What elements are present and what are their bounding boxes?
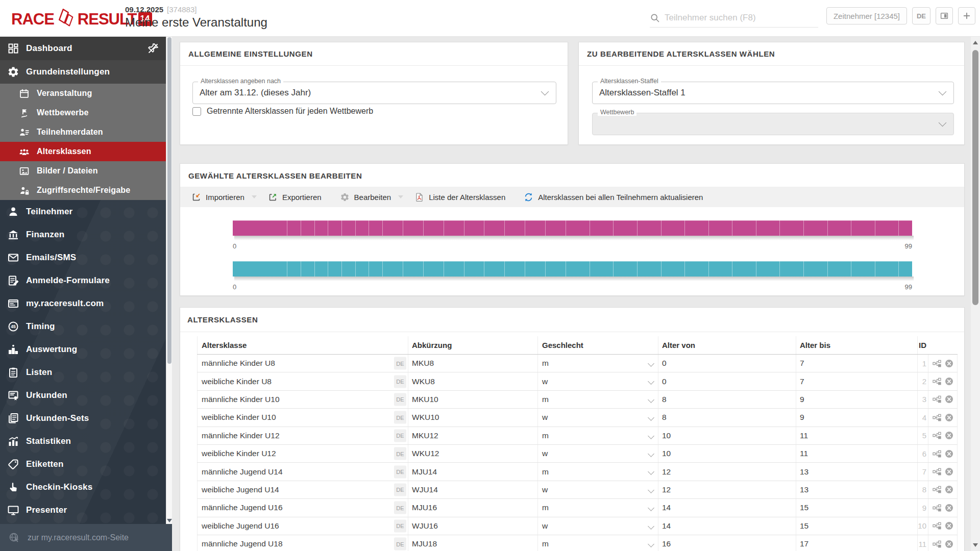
ageclass-abbr-cell[interactable]: WJU14 xyxy=(408,481,537,498)
ageclass-name-cell[interactable]: männliche Kinder U8DE xyxy=(197,355,408,372)
ageclass-abbr-cell[interactable]: WJU16 xyxy=(408,517,537,535)
split-ageclass-icon[interactable] xyxy=(932,449,942,459)
ageclass-sex-select[interactable]: m xyxy=(537,391,658,408)
ageclass-abbr-cell[interactable]: MJU14 xyxy=(408,463,537,480)
toolbar-button-bearbeiten[interactable]: Bearbeiten xyxy=(340,192,391,202)
ageclass-to-cell[interactable]: 7 xyxy=(796,372,917,390)
ageclass-to-cell[interactable]: 7 xyxy=(796,355,917,372)
sidebar-item-teilnehmer[interactable]: Teilnehmer xyxy=(0,200,166,223)
ageclass-sex-select[interactable]: w xyxy=(537,409,658,426)
ageclass-set-select[interactable]: Altersklassen-Staffel Altersklassen-Staf… xyxy=(592,82,954,104)
main-scrollbar[interactable] xyxy=(971,37,980,551)
range-bar-pink[interactable] xyxy=(233,220,912,236)
sidebar-scrollbar[interactable] xyxy=(166,37,172,524)
ageclass-name-cell[interactable]: weibliche Jugend U16DE xyxy=(197,517,408,535)
ageclass-name-cell[interactable]: weibliche Kinder U12DE xyxy=(197,445,408,462)
split-ageclass-icon[interactable] xyxy=(932,394,942,404)
age-mode-select[interactable]: Altersklassen angeben nach Alter am 31.1… xyxy=(192,82,556,104)
timekeeper-button[interactable]: Zeitnehmer [12345] xyxy=(826,7,907,24)
ageclass-name-cell[interactable]: männliche Kinder U12DE xyxy=(197,427,408,444)
ageclass-from-cell[interactable]: 12 xyxy=(658,481,796,498)
sidebar-item-emails-sms[interactable]: Emails/SMS xyxy=(0,246,166,269)
sidebar-item-checkin-kiosks[interactable]: Checkin-Kiosks xyxy=(0,475,166,498)
delete-row-icon[interactable] xyxy=(944,485,954,494)
split-ageclass-icon[interactable] xyxy=(932,503,942,513)
sidebar-item-listen[interactable]: Listen xyxy=(0,361,166,384)
ageclass-sex-select[interactable]: w xyxy=(537,517,658,535)
toolbar-button-liste-der-altersklassen[interactable]: Liste der Altersklassen xyxy=(414,192,505,202)
search-input[interactable] xyxy=(665,13,818,23)
ageclass-sex-select[interactable]: m xyxy=(537,535,658,551)
sidebar-item-urkunden[interactable]: Urkunden xyxy=(0,384,166,407)
ageclass-abbr-cell[interactable]: WKU12 xyxy=(408,445,537,462)
ageclass-to-cell[interactable]: 11 xyxy=(796,445,917,462)
ageclass-name-cell[interactable]: männliche Jugend U16DE xyxy=(197,499,408,516)
ageclass-from-cell[interactable]: 10 xyxy=(658,445,796,462)
sidebar-item-auswertung[interactable]: Auswertung xyxy=(0,338,166,361)
delete-row-icon[interactable] xyxy=(944,539,954,549)
sidebar-item-altersklassen[interactable]: Altersklassen xyxy=(0,142,166,161)
split-ageclass-icon[interactable] xyxy=(932,485,942,494)
split-ageclass-icon[interactable] xyxy=(932,359,942,368)
ageclass-abbr-cell[interactable]: MJU16 xyxy=(408,499,537,516)
sidebar-footer-link[interactable]: zur my.raceresult.com-Seite xyxy=(0,524,172,551)
sidebar-item-dashboard[interactable]: Dashboard xyxy=(0,37,166,60)
ageclass-abbr-cell[interactable]: WKU8 xyxy=(408,372,537,390)
split-ageclass-icon[interactable] xyxy=(932,413,942,422)
ageclass-from-cell[interactable]: 0 xyxy=(658,355,796,372)
ageclass-to-cell[interactable]: 9 xyxy=(796,409,917,426)
ageclass-from-cell[interactable]: 10 xyxy=(658,427,796,444)
chevron-down-icon[interactable] xyxy=(398,195,403,198)
ageclass-name-cell[interactable]: weibliche Jugend U14DE xyxy=(197,481,408,498)
toolbar-button-exportieren[interactable]: Exportieren xyxy=(268,192,322,202)
ageclass-sex-select[interactable]: m xyxy=(537,355,658,372)
ageclass-from-cell[interactable]: 8 xyxy=(658,409,796,426)
delete-row-icon[interactable] xyxy=(944,394,954,404)
main-scrollbar-thumb[interactable] xyxy=(972,50,978,305)
ageclass-name-cell[interactable]: männliche Jugend U14DE xyxy=(197,463,408,480)
scroll-down-icon[interactable] xyxy=(973,543,978,547)
ageclass-to-cell[interactable]: 13 xyxy=(796,481,917,498)
split-window-button[interactable] xyxy=(936,7,953,24)
ageclass-from-cell[interactable]: 14 xyxy=(658,517,796,535)
ageclass-to-cell[interactable]: 15 xyxy=(796,499,917,516)
sidebar-item-presenter[interactable]: Presenter xyxy=(0,498,166,521)
delete-row-icon[interactable] xyxy=(944,431,954,440)
sidebar-item-grundeinstellungen[interactable]: Grundeinstellungen xyxy=(0,60,166,84)
ageclass-to-cell[interactable]: 9 xyxy=(796,391,917,408)
sidebar-scroll-down-icon[interactable] xyxy=(167,519,172,522)
ageclass-from-cell[interactable]: 12 xyxy=(658,463,796,480)
add-button[interactable] xyxy=(958,7,975,24)
sidebar-item-urkunden-sets[interactable]: Urkunden-Sets xyxy=(0,407,166,430)
sidebar-item-statistiken[interactable]: Statistiken xyxy=(0,430,166,453)
ageclass-to-cell[interactable]: 11 xyxy=(796,427,917,444)
ageclass-name-cell[interactable]: weibliche Kinder U10DE xyxy=(197,409,408,426)
ageclass-abbr-cell[interactable]: MKU10 xyxy=(408,391,537,408)
competition-select[interactable]: Wettbewerb xyxy=(592,113,954,135)
sidebar-item-bilder-dateien[interactable]: Bilder / Dateien xyxy=(0,161,166,181)
split-ageclass-icon[interactable] xyxy=(932,539,942,549)
sidebar-item-zugriffsrechte-freigabe[interactable]: Zugriffsrechte/Freigabe xyxy=(0,181,166,200)
delete-row-icon[interactable] xyxy=(944,521,954,531)
ageclass-name-cell[interactable]: weibliche Kinder U8DE xyxy=(197,372,408,390)
sidebar-item-teilnehmerdaten[interactable]: Teilnehmerdaten xyxy=(0,122,166,142)
sidebar-item-anmelde-formulare[interactable]: Anmelde-Formulare xyxy=(0,269,166,292)
ageclass-from-cell[interactable]: 16 xyxy=(658,535,796,551)
ageclass-from-cell[interactable]: 8 xyxy=(658,391,796,408)
ageclass-abbr-cell[interactable]: MKU8 xyxy=(408,355,537,372)
delete-row-icon[interactable] xyxy=(944,467,954,477)
delete-row-icon[interactable] xyxy=(944,413,954,422)
sidebar-item-wettbewerbe[interactable]: Wettbewerbe xyxy=(0,103,166,122)
split-ageclass-icon[interactable] xyxy=(932,521,942,531)
ageclass-sex-select[interactable]: m xyxy=(537,499,658,516)
toolbar-button-importieren[interactable]: Importieren xyxy=(191,192,244,202)
ageclass-name-cell[interactable]: männliche Jugend U18DE xyxy=(197,535,408,551)
ageclass-sex-select[interactable]: w xyxy=(537,445,658,462)
sidebar-item-etiketten[interactable]: Etiketten xyxy=(0,453,166,475)
language-button[interactable]: DE xyxy=(912,7,930,24)
toolbar-button-altersklassen-bei-allen-teilnehmern-aktualisieren[interactable]: Altersklassen bei allen Teilnehmern aktu… xyxy=(524,192,703,202)
sidebar-item-veranstaltung[interactable]: Veranstaltung xyxy=(0,84,166,103)
split-ageclass-icon[interactable] xyxy=(932,467,942,477)
sidebar-scrollbar-thumb[interactable] xyxy=(167,37,172,364)
split-ageclass-icon[interactable] xyxy=(932,377,942,386)
